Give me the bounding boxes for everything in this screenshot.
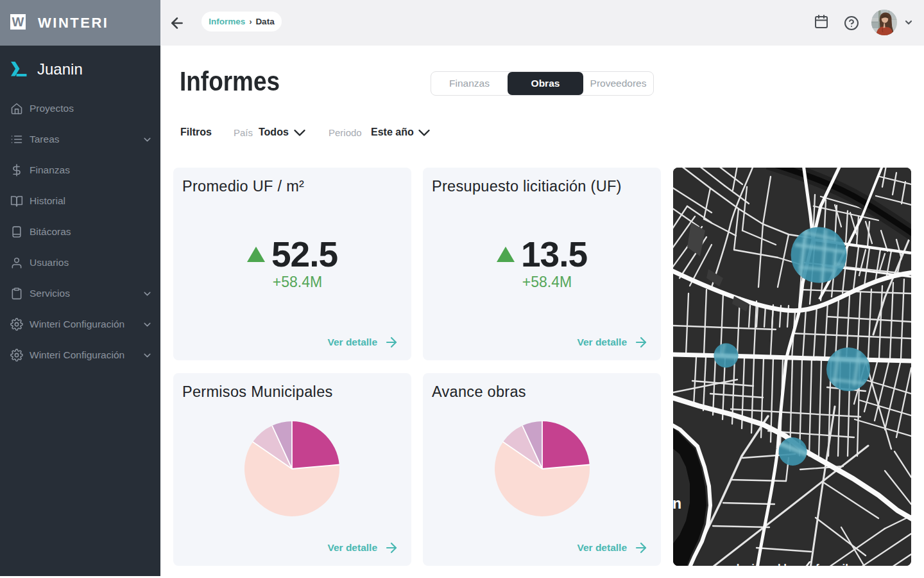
svg-text:freepik: freepik	[816, 562, 851, 566]
svg-text:designed by: designed by	[733, 562, 797, 566]
svg-text:n: n	[673, 495, 681, 512]
